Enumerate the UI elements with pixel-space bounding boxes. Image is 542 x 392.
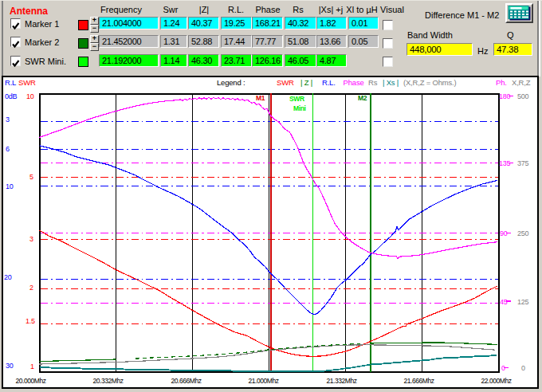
- svg-text:10: 10: [26, 92, 34, 100]
- svg-text:22.000Mhz: 22.000Mhz: [481, 377, 511, 385]
- svg-text:M2: M2: [358, 94, 367, 102]
- svg-text:Ph.: Ph.: [496, 78, 507, 87]
- svg-text:0: 0: [521, 364, 525, 372]
- svg-text:20.666Mhz: 20.666Mhz: [171, 377, 201, 385]
- svg-text:500: 500: [517, 92, 529, 100]
- svg-text:SWR: SWR: [289, 95, 304, 103]
- svg-text:Mini: Mini: [293, 104, 305, 112]
- svg-text:20.000Mhz: 20.000Mhz: [15, 377, 45, 385]
- svg-text:M1: M1: [256, 94, 265, 102]
- svg-text:125: 125: [517, 298, 529, 306]
- svg-text:SWR: SWR: [18, 78, 36, 87]
- svg-text:X,R,Z: X,R,Z: [512, 78, 531, 87]
- svg-text:R.L.: R.L.: [322, 78, 336, 87]
- svg-text:R.L: R.L: [5, 78, 16, 87]
- svg-text:10: 10: [6, 182, 14, 190]
- svg-text:SWR: SWR: [277, 78, 294, 87]
- svg-text:| Xs |: | Xs |: [383, 78, 399, 87]
- svg-text:Rs: Rs: [368, 78, 378, 87]
- svg-text:21.666Mhz: 21.666Mhz: [403, 377, 434, 385]
- svg-text:375: 375: [517, 159, 529, 167]
- svg-text:20.332Mhz: 20.332Mhz: [92, 377, 123, 385]
- svg-text:20: 20: [4, 273, 12, 281]
- svg-text:2: 2: [29, 284, 33, 292]
- svg-text:1.5: 1.5: [26, 317, 35, 325]
- svg-text:21.000Mhz: 21.000Mhz: [248, 377, 278, 385]
- svg-text:3: 3: [6, 116, 10, 123]
- svg-text:1: 1: [30, 363, 34, 370]
- svg-text:21.332Mhz: 21.332Mhz: [326, 377, 356, 385]
- svg-text:Phase: Phase: [344, 78, 364, 87]
- svg-text:6: 6: [6, 145, 10, 153]
- svg-text:3: 3: [29, 235, 33, 243]
- svg-text:250: 250: [517, 229, 529, 237]
- svg-text:0dB: 0dB: [5, 92, 18, 100]
- svg-text:| Z |: | Z |: [300, 78, 312, 87]
- svg-text:5: 5: [29, 173, 33, 181]
- svg-text:Legend :: Legend :: [217, 78, 245, 87]
- svg-text:(X,R,Z = Ohms.): (X,R,Z = Ohms.): [403, 78, 456, 87]
- svg-text:30: 30: [6, 362, 14, 370]
